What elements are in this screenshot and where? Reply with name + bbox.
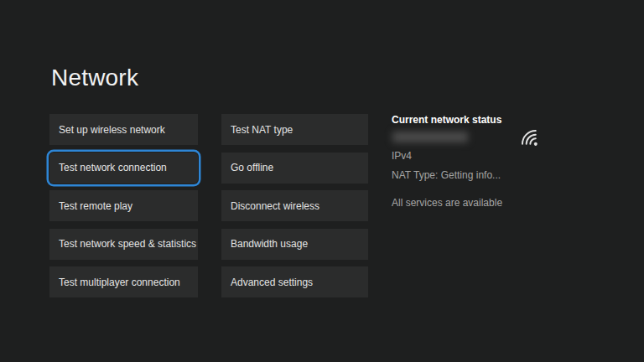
menu-item-test-remote-play[interactable]: Test remote play <box>49 190 198 221</box>
menu-item-label: Disconnect wireless <box>231 200 319 212</box>
menu-column-middle: Test NAT type Go offline Disconnect wire… <box>221 114 368 305</box>
menu-item-label: Test remote play <box>59 200 132 212</box>
services-status-label: All services are available <box>392 197 502 209</box>
menu-item-bandwidth-usage[interactable]: Bandwidth usage <box>221 229 368 260</box>
network-settings-screen: Network Set up wireless network Test net… <box>0 0 644 362</box>
menu-item-advanced-settings[interactable]: Advanced settings <box>221 266 368 297</box>
network-name-redacted <box>392 132 468 142</box>
menu-item-test-nat-type[interactable]: Test NAT type <box>221 114 368 145</box>
menu-item-label: Set up wireless network <box>59 124 165 136</box>
nat-type-label: NAT Type: Getting info... <box>392 169 501 181</box>
page-title: Network <box>51 66 138 90</box>
wifi-signal-icon <box>514 122 548 156</box>
menu-item-test-network-connection[interactable]: Test network connection <box>49 153 198 184</box>
menu-item-label: Go offline <box>231 162 273 173</box>
menu-item-label: Test network connection <box>59 162 167 173</box>
menu-column-left: Set up wireless network Test network con… <box>49 114 198 305</box>
menu-item-disconnect-wireless[interactable]: Disconnect wireless <box>221 190 368 221</box>
menu-item-label: Test NAT type <box>231 124 293 136</box>
menu-item-go-offline[interactable]: Go offline <box>221 153 368 184</box>
menu-item-label: Test network speed & statistics <box>59 238 196 250</box>
menu-item-test-multiplayer-connection[interactable]: Test multiplayer connection <box>49 266 198 297</box>
menu-item-test-network-speed-statistics[interactable]: Test network speed & statistics <box>49 229 198 260</box>
menu-item-label: Bandwidth usage <box>231 238 308 250</box>
status-panel-heading: Current network status <box>392 114 501 126</box>
menu-item-label: Test multiplayer connection <box>59 277 180 288</box>
menu-item-label: Advanced settings <box>231 277 313 288</box>
ip-version-label: IPv4 <box>392 150 412 162</box>
current-network-status-panel: Current network status IPv4 NAT Type: Ge… <box>392 114 568 215</box>
menu-item-set-up-wireless-network[interactable]: Set up wireless network <box>49 114 198 145</box>
